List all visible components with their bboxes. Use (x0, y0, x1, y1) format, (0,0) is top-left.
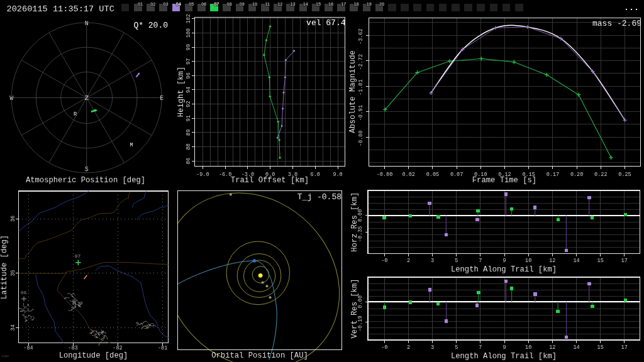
svg-text:-81: -81 (158, 345, 167, 351)
svg-text:18: 18 (353, 1, 358, 7)
svg-text:91: 91 (186, 115, 192, 121)
svg-text:20: 20 (379, 1, 384, 7)
svg-text:16: 16 (328, 1, 333, 7)
svg-text:19: 19 (367, 1, 372, 7)
svg-text:97: 97 (186, 58, 192, 65)
svg-text:96: 96 (186, 72, 192, 79)
svg-text:10: 10 (525, 258, 531, 264)
svg-text:Longitude [deg]: Longitude [deg] (59, 351, 128, 360)
svg-text:14: 14 (573, 258, 579, 264)
svg-text:Latitude [deg]: Latitude [deg] (0, 235, 9, 299)
svg-text:14: 14 (573, 344, 579, 351)
svg-text:01: 01 (138, 1, 143, 7)
svg-text:Trail Offset [km]: Trail Offset [km] (231, 176, 309, 185)
svg-text:35: 35 (10, 270, 16, 276)
svg-text:12: 12 (549, 344, 555, 351)
svg-text:12: 12 (549, 258, 555, 264)
svg-text:0.17: 0.17 (547, 172, 559, 178)
svg-text:9: 9 (502, 258, 506, 264)
svg-text:7: 7 (479, 344, 482, 351)
svg-text:11: 11 (265, 1, 270, 7)
svg-text:09: 09 (240, 1, 245, 7)
svg-text:Frame Time [s]: Frame Time [s] (472, 176, 536, 185)
svg-text:5: 5 (455, 258, 458, 264)
svg-text:-0: -0 (381, 258, 387, 264)
svg-text:14: 14 (303, 1, 309, 7)
svg-text:7: 7 (479, 258, 482, 264)
svg-text:2: 2 (407, 344, 410, 351)
svg-text:Vert Res [km]: Vert Res [km] (350, 278, 359, 338)
svg-text:0.05: 0.05 (426, 172, 439, 178)
svg-text:94: 94 (186, 87, 192, 93)
svg-text:100: 100 (186, 28, 192, 38)
svg-text:03: 03 (163, 1, 168, 7)
svg-text:-82: -82 (113, 345, 122, 351)
svg-text:Height [km]: Height [km] (177, 67, 186, 117)
svg-text:Atmospheric Position [deg]: Atmospheric Position [deg] (26, 176, 145, 185)
svg-text:Length Along Trail [km]: Length Along Trail [km] (451, 265, 557, 274)
svg-text:0.22: 0.22 (594, 172, 607, 178)
svg-text:07: 07 (214, 1, 219, 7)
svg-text:mass -2.69: mass -2.69 (592, 19, 641, 28)
svg-text:15: 15 (597, 344, 604, 351)
svg-text:M: M (130, 142, 133, 148)
svg-text:Z: Z (84, 94, 89, 102)
svg-text:0.25: 0.25 (618, 172, 631, 178)
svg-text:vel 67.4: vel 67.4 (306, 18, 346, 28)
svg-text:E: E (160, 95, 164, 102)
svg-text:20260115 11:35:17 UTC: 20260115 11:35:17 UTC (7, 4, 114, 14)
svg-text:Absolute Magnitude: Absolute Magnitude (348, 50, 357, 133)
svg-text:W: W (9, 95, 13, 102)
svg-text:17: 17 (621, 344, 628, 351)
svg-text:34: 34 (10, 324, 16, 331)
svg-text:2: 2 (407, 258, 410, 264)
svg-text:3: 3 (431, 258, 434, 264)
svg-text:6.0: 6.0 (311, 172, 320, 178)
svg-text:13: 13 (290, 1, 295, 7)
svg-text:-3.62: -3.62 (358, 28, 365, 45)
svg-text:0.20: 0.20 (570, 172, 583, 178)
svg-text:Length Along Trail [km]: Length Along Trail [km] (451, 352, 557, 361)
svg-text:36: 36 (10, 216, 16, 222)
svg-text:89: 89 (186, 129, 192, 136)
svg-text:pgw: pgw (2, 354, 9, 358)
svg-text:12: 12 (277, 1, 282, 7)
svg-text:88: 88 (186, 143, 192, 150)
svg-text:-0: -0 (381, 344, 387, 351)
svg-text:15: 15 (316, 1, 321, 7)
svg-text:-0.00: -0.00 (358, 130, 365, 146)
svg-text:-84: -84 (23, 345, 33, 351)
svg-text:06: 06 (201, 1, 206, 7)
svg-text:3: 3 (431, 344, 434, 351)
svg-text:-0.91: -0.91 (358, 105, 365, 121)
svg-text:N: N (85, 20, 89, 27)
svg-text:04: 04 (176, 1, 182, 7)
svg-text:102: 102 (186, 14, 192, 23)
svg-text:15: 15 (597, 258, 604, 264)
svg-text:02: 02 (150, 1, 155, 7)
svg-text:05: 05 (189, 1, 194, 7)
svg-text:9: 9 (502, 344, 506, 351)
svg-text:Q* 20.0: Q* 20.0 (133, 21, 168, 30)
svg-text:92: 92 (186, 101, 192, 107)
svg-text:Orbital Position [AU]: Orbital Position [AU] (211, 351, 308, 360)
svg-text:10: 10 (252, 1, 257, 7)
svg-text:07: 07 (75, 253, 81, 259)
svg-text:-1.81: -1.81 (358, 79, 365, 96)
svg-text:5: 5 (455, 344, 458, 351)
svg-text:S: S (85, 166, 89, 173)
svg-text:86: 86 (186, 158, 192, 164)
svg-text:0.07: 0.07 (450, 172, 463, 178)
svg-text:-0.00: -0.00 (377, 172, 393, 178)
svg-text:0.02: 0.02 (402, 172, 414, 178)
svg-text:08: 08 (21, 290, 27, 295)
svg-text:17: 17 (621, 258, 628, 264)
svg-text:-9.0: -9.0 (196, 172, 209, 178)
svg-text:08: 08 (226, 1, 231, 7)
svg-text:Horz Res [km]: Horz Res [km] (350, 192, 359, 252)
svg-text:17: 17 (341, 1, 346, 7)
svg-text:-6.0: -6.0 (219, 172, 231, 178)
svg-text:99: 99 (186, 44, 192, 50)
svg-text:T_j -0.58: T_j -0.58 (297, 192, 341, 202)
svg-text:10: 10 (525, 344, 531, 351)
